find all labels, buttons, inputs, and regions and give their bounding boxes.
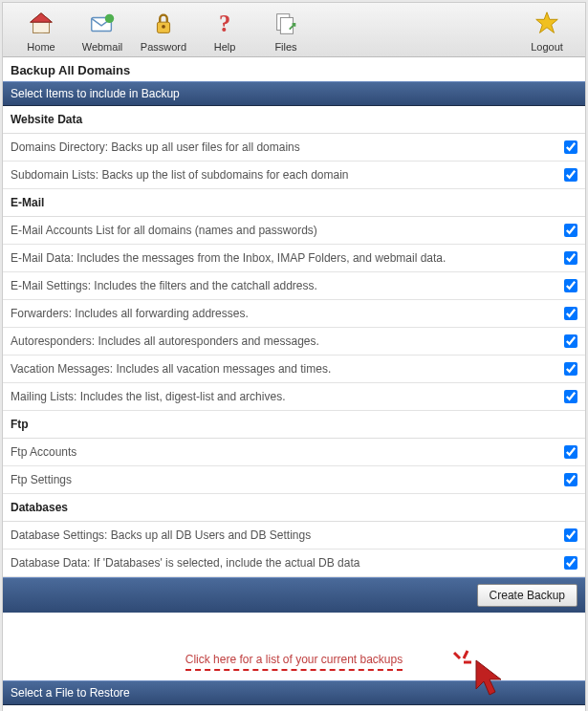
group-email: E-Mail — [3, 189, 585, 217]
svg-rect-7 — [280, 17, 293, 33]
checkbox-autoresponders[interactable] — [564, 334, 577, 348]
svg-line-8 — [454, 653, 460, 658]
nav-help[interactable]: ? Help — [194, 7, 255, 54]
checkbox-subdomain-lists[interactable] — [564, 168, 577, 182]
checkbox-ftp-settings[interactable] — [564, 473, 577, 486]
label-domains-directory: Domains Directory: Backs up all user fil… — [11, 140, 564, 154]
lock-icon — [148, 9, 179, 39]
row-mailing-lists: Mailing Lists: Includes the list, digest… — [3, 383, 585, 411]
webmail-icon — [87, 9, 118, 39]
restore-row: لیست بکاپ های موجود backup-Dec-10-2019-1… — [3, 705, 585, 711]
create-backup-button[interactable]: Create Backup — [477, 584, 577, 607]
label-ftp-settings: Ftp Settings — [11, 473, 564, 486]
row-email-accounts: E-Mail Accounts List for all domains (na… — [3, 217, 585, 245]
label-forwarders: Forwarders: Includes all forwarding addr… — [11, 307, 564, 320]
nav-help-label: Help — [214, 41, 236, 53]
nav-webmail-label: Webmail — [82, 41, 123, 53]
nav-files[interactable]: Files — [255, 7, 316, 54]
cursor-arrow-icon — [472, 657, 511, 701]
row-forwarders: Forwarders: Includes all forwarding addr… — [3, 300, 585, 328]
nav-password-label: Password — [141, 41, 186, 53]
label-mailing-lists: Mailing Lists: Includes the list, digest… — [11, 390, 564, 403]
page-title: Backup All Domains — [3, 57, 585, 81]
row-ftp-accounts: Ftp Accounts — [3, 439, 585, 466]
checkbox-forwarders[interactable] — [564, 307, 577, 320]
svg-point-4 — [162, 25, 165, 29]
svg-text:?: ? — [219, 11, 230, 36]
row-domains-directory: Domains Directory: Backs up all user fil… — [3, 134, 585, 162]
row-subdomain-lists: Subdomain Lists: Backs up the list of su… — [3, 162, 585, 189]
checkbox-ftp-accounts[interactable] — [564, 445, 577, 459]
label-autoresponders: Autoresponders: Includes all autorespond… — [11, 334, 564, 348]
checkbox-db-data[interactable] — [564, 556, 577, 570]
nav-logout[interactable]: Logout — [516, 7, 577, 54]
nav-logout-label: Logout — [531, 41, 563, 53]
label-subdomain-lists: Subdomain Lists: Backs up the list of su… — [11, 168, 564, 182]
checkbox-vacation[interactable] — [564, 362, 577, 376]
create-backup-bar: Create Backup — [3, 577, 585, 613]
current-backups-row: Click here for a list of your current ba… — [3, 647, 585, 680]
top-toolbar: Home Webmail Password ? Help — [3, 3, 585, 57]
nav-password[interactable]: Password — [133, 7, 194, 54]
group-databases: Databases — [3, 494, 585, 522]
label-vacation: Vacation Messages: Includes all vacation… — [11, 362, 564, 376]
group-ftp: Ftp — [3, 411, 585, 439]
row-db-settings: Database Settings: Backs up all DB Users… — [3, 522, 585, 549]
row-db-data: Database Data: If 'Databases' is selecte… — [3, 549, 585, 577]
row-email-data: E-Mail Data: Includes the messages from … — [3, 245, 585, 272]
row-autoresponders: Autoresponders: Includes all autorespond… — [3, 328, 585, 356]
checkbox-email-settings[interactable] — [564, 279, 577, 292]
svg-point-2 — [105, 14, 114, 23]
files-icon — [271, 9, 301, 39]
click-burst-icon — [448, 649, 475, 675]
label-email-accounts: E-Mail Accounts List for all domains (na… — [11, 224, 564, 237]
checkbox-email-data[interactable] — [564, 251, 577, 265]
label-db-data: Database Data: If 'Databases' is selecte… — [11, 556, 564, 570]
label-db-settings: Database Settings: Backs up all DB Users… — [11, 528, 564, 542]
svg-rect-0 — [33, 22, 50, 32]
home-icon — [26, 9, 56, 39]
label-ftp-accounts: Ftp Accounts — [11, 445, 564, 459]
checkbox-email-accounts[interactable] — [564, 224, 577, 237]
label-email-data: E-Mail Data: Includes the messages from … — [11, 251, 564, 265]
row-vacation: Vacation Messages: Includes all vacation… — [3, 356, 585, 383]
help-icon: ? — [209, 9, 240, 39]
checkbox-domains-directory[interactable] — [564, 140, 577, 154]
checkbox-db-settings[interactable] — [564, 528, 577, 542]
label-email-settings: E-Mail Settings: Includes the filters an… — [11, 279, 564, 292]
logout-icon — [532, 9, 562, 39]
nav-home[interactable]: Home — [11, 7, 72, 54]
section-select-items: Select Items to include in Backup — [3, 81, 585, 106]
group-website-data: Website Data — [3, 106, 585, 134]
nav-files-label: Files — [274, 41, 296, 53]
nav-home-label: Home — [27, 41, 54, 53]
nav-webmail[interactable]: Webmail — [72, 7, 133, 54]
row-ftp-settings: Ftp Settings — [3, 466, 585, 494]
checkbox-mailing-lists[interactable] — [564, 390, 577, 403]
current-backups-link[interactable]: Click here for a list of your current ba… — [185, 653, 403, 671]
row-email-settings: E-Mail Settings: Includes the filters an… — [3, 272, 585, 300]
svg-line-9 — [464, 651, 468, 658]
